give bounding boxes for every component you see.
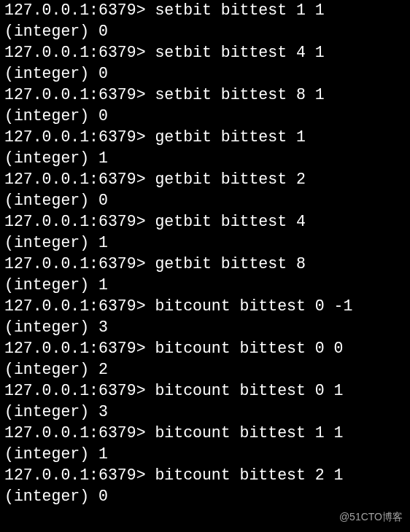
terminal-output-line: (integer) 0 (4, 106, 406, 127)
terminal-output-line: (integer) 0 (4, 486, 406, 507)
terminal-command-line: 127.0.0.1:6379> getbit bittest 8 (4, 254, 406, 275)
terminal-command-line: 127.0.0.1:6379> setbit bittest 1 1 (4, 0, 406, 21)
watermark: @51CTO博客 (339, 506, 403, 528)
terminal-command-line: 127.0.0.1:6379> setbit bittest 8 1 (4, 85, 406, 106)
terminal-command-line: 127.0.0.1:6379> setbit bittest 4 1 (4, 42, 406, 63)
terminal-command-line: 127.0.0.1:6379> bitcount bittest 1 1 (4, 423, 406, 444)
terminal-output-line: (integer) 0 (4, 63, 406, 85)
terminal-output-line: (integer) 3 (4, 317, 406, 338)
terminal-output-line: (integer) 1 (4, 275, 406, 296)
terminal-command-line: 127.0.0.1:6379> bitcount bittest 0 -1 (4, 296, 406, 317)
terminal-output[interactable]: 127.0.0.1:6379> setbit bittest 1 1(integ… (0, 0, 410, 509)
terminal-command-line: 127.0.0.1:6379> getbit bittest 2 (4, 169, 406, 190)
terminal-command-line: 127.0.0.1:6379> bitcount bittest 2 1 (4, 465, 406, 486)
terminal-output-line: (integer) 1 (4, 444, 406, 465)
terminal-output-line: (integer) 1 (4, 148, 406, 169)
terminal-output-line: (integer) 2 (4, 359, 406, 380)
terminal-command-line: 127.0.0.1:6379> bitcount bittest 0 1 (4, 380, 406, 402)
terminal-output-line: (integer) 0 (4, 21, 406, 42)
terminal-command-line: 127.0.0.1:6379> bitcount bittest 0 0 (4, 338, 406, 359)
terminal-output-line: (integer) 1 (4, 232, 406, 254)
terminal-command-line: 127.0.0.1:6379> getbit bittest 4 (4, 211, 406, 232)
terminal-output-line: (integer) 3 (4, 402, 406, 423)
terminal-command-line: 127.0.0.1:6379> getbit bittest 1 (4, 127, 406, 148)
terminal-output-line: (integer) 0 (4, 190, 406, 211)
